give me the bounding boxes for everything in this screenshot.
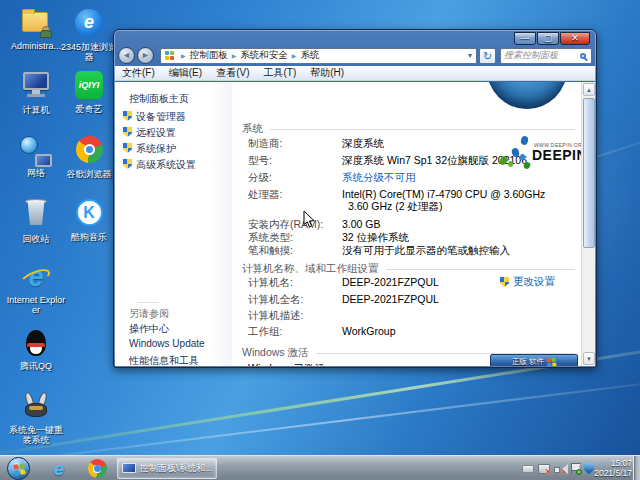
pen-touch-value: 没有可用于此显示器的笔或触控输入 xyxy=(342,244,510,258)
minimize-button[interactable]: — xyxy=(514,32,536,45)
forward-button[interactable]: ► xyxy=(137,47,154,64)
change-settings-link[interactable]: 更改设置 xyxy=(500,275,555,289)
security-shield-icon[interactable] xyxy=(584,463,594,475)
breadcrumb-arrow-icon: ▶ xyxy=(232,52,237,59)
search-placeholder: 搜索控制面板 xyxy=(504,49,580,62)
breadcrumb-control-panel[interactable]: 控制面板 xyxy=(190,49,228,62)
manufacturer-value: 深度系统 xyxy=(342,137,384,151)
sidebar-advanced-settings[interactable]: 高级系统设置 xyxy=(123,158,196,172)
start-button[interactable] xyxy=(7,457,30,480)
input-indicator-icon[interactable] xyxy=(522,465,534,473)
address-bar[interactable]: ▶ 控制面板 ▶ 系统和安全 ▶ 系统 ▾ xyxy=(160,48,477,64)
chrome-icon xyxy=(72,136,106,168)
pen-touch-label: 笔和触摸: xyxy=(248,244,293,258)
rating-unavailable-link[interactable]: 系统分级不可用 xyxy=(342,171,416,185)
window-caption-buttons: — ▢ ✕ xyxy=(513,32,590,45)
scroll-down-icon[interactable]: ▼ xyxy=(583,352,595,365)
mouse-cursor xyxy=(303,211,315,233)
scroll-up-icon[interactable]: ▲ xyxy=(583,83,595,96)
control-panel-window-icon xyxy=(122,463,136,475)
windows-flag-icon xyxy=(546,357,556,366)
task-label: 控制面板\系统和... xyxy=(140,462,212,475)
activation-status: Windows 已激活 xyxy=(248,362,325,366)
full-computer-name-label: 计算机全名: xyxy=(248,293,303,307)
clock-time: 15:07 xyxy=(594,458,632,468)
control-panel-icon xyxy=(165,51,174,60)
icon-label: 系统兔一键重装系统 xyxy=(5,425,67,445)
desktop-icon-kugou[interactable]: K 酷狗音乐 xyxy=(58,198,120,242)
system-tray: ✕ ✕ xyxy=(522,456,594,480)
genuine-software-badge[interactable]: 正版 软件 xyxy=(490,354,578,366)
taskbar-active-task[interactable]: 控制面板\系统和... xyxy=(117,458,217,479)
close-button[interactable]: ✕ xyxy=(560,32,590,45)
icon-label: Internet Explorer xyxy=(5,295,67,315)
footprint-icon xyxy=(508,161,513,167)
desktop-icon-2345-browser[interactable]: e 2345加速浏览器 xyxy=(58,8,120,62)
sidebar-action-center[interactable]: 操作中心 xyxy=(129,322,169,336)
control-panel-sidebar: 控制面板主页 设备管理器 远程设置 系统保护 高级系统设置 另请参阅 操作中心 … xyxy=(115,82,232,366)
taskbar-clock[interactable]: 15:07 2021/5/17 xyxy=(594,458,632,478)
taskbar-chrome-icon[interactable] xyxy=(82,456,112,480)
show-desktop-button[interactable] xyxy=(633,456,640,480)
network-icon xyxy=(19,135,53,167)
network-disconnected-icon[interactable]: ✕ xyxy=(538,464,550,474)
menu-tools[interactable]: 工具(T) xyxy=(256,66,303,80)
taskbar-ie-icon[interactable]: e xyxy=(44,456,74,480)
desktop-icon-chrome[interactable]: 谷歌浏览器 xyxy=(58,135,120,179)
uac-shield-icon xyxy=(123,159,132,169)
desktop: Administra... 计算机 网络 回收站 e Internet Expl… xyxy=(0,0,640,480)
menu-view[interactable]: 查看(V) xyxy=(209,66,256,80)
footprint-icon xyxy=(511,147,521,158)
sidebar-device-manager[interactable]: 设备管理器 xyxy=(123,110,186,124)
rabbit-icon xyxy=(19,392,53,424)
desktop-icon-iqiyi[interactable]: iQIYI 爱奇艺 xyxy=(58,70,120,114)
breadcrumb-system[interactable]: 系统 xyxy=(300,49,319,62)
processor-label: 处理器: xyxy=(248,188,282,202)
uac-shield-icon xyxy=(123,127,132,137)
workgroup-label: 工作组: xyxy=(248,325,282,339)
search-icon[interactable] xyxy=(580,53,586,59)
sidebar-home[interactable]: 控制面板主页 xyxy=(129,92,189,106)
back-button[interactable]: ◄ xyxy=(118,47,135,64)
uac-shield-icon xyxy=(500,277,509,287)
menu-file[interactable]: 文件(F) xyxy=(115,66,162,80)
breadcrumb-arrow-icon: ▶ xyxy=(292,52,297,59)
system-type-label: 系统类型: xyxy=(248,231,293,245)
sidebar-remote-settings[interactable]: 远程设置 xyxy=(123,126,176,140)
icon-label: 腾讯QQ xyxy=(5,361,67,371)
desktop-icon-system-rabbit[interactable]: 系统兔一键重装系统 xyxy=(5,392,67,445)
processor-value-line2: 3.60 GHz (2 处理器) xyxy=(348,200,443,214)
menu-bar: 文件(F) 编辑(E) 查看(V) 工具(T) 帮助(H) xyxy=(115,66,595,81)
menu-help[interactable]: 帮助(H) xyxy=(303,66,351,80)
divider xyxy=(137,302,159,303)
rating-label: 分级: xyxy=(248,171,272,185)
footprint-icon xyxy=(520,135,529,146)
window-body: 控制面板主页 设备管理器 远程设置 系统保护 高级系统设置 另请参阅 操作中心 … xyxy=(115,82,595,366)
deepin-logo: WWW.DEEPIN.ORG DEEPIN xyxy=(494,134,581,176)
address-dropdown-icon[interactable]: ▾ xyxy=(466,51,474,60)
sidebar-windows-update[interactable]: Windows Update xyxy=(129,338,205,349)
computer-name-value: DEEP-2021FZPQUL xyxy=(342,276,439,288)
qq-penguin-icon xyxy=(19,328,53,360)
breadcrumb-system-security[interactable]: 系统和安全 xyxy=(240,49,288,62)
scrollbar-thumb[interactable] xyxy=(583,98,595,248)
recycle-bin-icon xyxy=(19,201,53,233)
kugou-icon: K xyxy=(72,199,106,231)
sidebar-performance-tools[interactable]: 性能信息和工具 xyxy=(129,354,199,368)
vertical-scrollbar[interactable]: ▲ ▼ xyxy=(581,82,595,366)
maximize-button[interactable]: ▢ xyxy=(537,32,559,45)
search-box[interactable]: 搜索控制面板 xyxy=(500,48,592,64)
action-center-flag-icon[interactable] xyxy=(570,463,580,474)
refresh-button[interactable]: ↻ xyxy=(479,48,496,64)
manufacturer-label: 制造商: xyxy=(248,137,282,151)
uac-shield-icon xyxy=(123,143,132,153)
clock-date: 2021/5/17 xyxy=(594,468,632,478)
desktop-icon-internet-explorer[interactable]: e Internet Explorer xyxy=(5,262,67,315)
menu-edit[interactable]: 编辑(E) xyxy=(162,66,209,80)
volume-muted-icon[interactable]: ✕ xyxy=(554,464,566,474)
icon-label: 2345加速浏览器 xyxy=(58,42,120,62)
computer-name-section-header: 计算机名称、域和工作组设置 xyxy=(242,262,575,276)
taskbar: e 控制面板\系统和... ✕ ✕ 15:07 2021/5/17 xyxy=(0,455,640,480)
desktop-icon-qq[interactable]: 腾讯QQ xyxy=(5,328,67,371)
sidebar-system-protection[interactable]: 系统保护 xyxy=(123,142,176,156)
